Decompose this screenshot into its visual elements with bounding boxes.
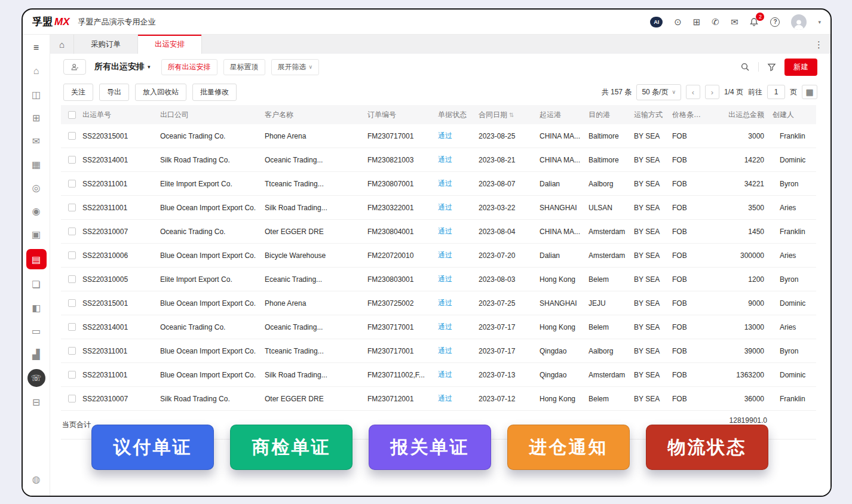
search-icon[interactable] — [740, 62, 750, 72]
headset-icon[interactable]: ⊙ — [674, 17, 682, 26]
mail-icon[interactable]: ✉ — [27, 133, 45, 149]
org-icon[interactable]: ⊞ — [27, 109, 45, 126]
table-row[interactable]: SS220314001Oceanic Trading Co.Oceanic Tr… — [61, 315, 816, 339]
column-header[interactable]: 订单编号 — [367, 110, 438, 120]
new-button[interactable]: 新建 — [784, 59, 817, 76]
building-icon[interactable]: ▦ — [27, 156, 45, 173]
select-all-checkbox[interactable] — [61, 111, 82, 119]
cell-status[interactable]: 通过 — [438, 322, 479, 332]
recycle-bin-button[interactable]: 放入回收站 — [135, 84, 186, 101]
cell-shipment-no[interactable]: SS220310007 — [82, 228, 160, 236]
contacts-icon[interactable]: ◫ — [27, 86, 45, 103]
column-header[interactable]: 客户名称 — [265, 110, 367, 120]
table-row[interactable]: SS220311001Blue Ocean Import Export Co.T… — [61, 339, 816, 363]
phone-contact-icon[interactable]: ☏ — [27, 369, 45, 387]
chart-icon[interactable]: ▟ — [27, 346, 45, 362]
cell-shipment-no[interactable]: SS220311001 — [82, 180, 160, 188]
follow-button[interactable]: 关注 — [63, 84, 93, 101]
cell-status[interactable]: 通过 — [438, 179, 479, 189]
view-scope-button[interactable] — [63, 59, 86, 75]
tab-shipping-arrangement[interactable]: 出运安排 — [138, 35, 202, 54]
cell-shipment-no[interactable]: SS220310006 — [82, 251, 160, 260]
table-row[interactable]: SS220315001Blue Ocean Import Export Co.P… — [61, 291, 816, 315]
doc-button[interactable]: 物流状态 — [646, 425, 768, 470]
row-checkbox[interactable] — [61, 228, 82, 235]
tab-more-kebab-icon[interactable]: ⋮ — [814, 40, 823, 49]
table-row[interactable]: SS220310007Silk Road Trading Co.Oter EGG… — [61, 387, 816, 411]
column-header[interactable]: 起运港 — [540, 110, 589, 120]
apps-grid-icon[interactable]: ⊞ — [693, 17, 701, 26]
cell-shipment-no[interactable]: SS220315001 — [82, 132, 160, 140]
row-checkbox[interactable] — [61, 275, 82, 283]
cell-shipment-no[interactable]: SS220314001 — [82, 323, 160, 331]
view-selector[interactable]: 所有出运安排 ▾ — [94, 62, 151, 72]
cell-status[interactable]: 通过 — [438, 155, 479, 165]
cell-shipment-no[interactable]: SS220311001 — [82, 204, 160, 212]
table-row[interactable]: SS220310007Oceanic Trading Co.Oter EGGER… — [61, 220, 816, 244]
compass-icon[interactable]: ◎ — [27, 179, 45, 196]
row-checkbox[interactable] — [61, 180, 82, 188]
table-row[interactable]: SS220314001Silk Road Trading Co.Oceanic … — [61, 148, 816, 172]
cell-shipment-no[interactable]: SS220310005 — [82, 275, 160, 284]
help-icon[interactable]: ? — [770, 17, 780, 27]
sort-icon[interactable]: ⇅ — [509, 112, 514, 118]
row-checkbox[interactable] — [61, 251, 82, 259]
cell-status[interactable]: 通过 — [438, 370, 479, 380]
column-header[interactable]: 运输方式 — [634, 110, 672, 120]
row-checkbox[interactable] — [61, 204, 82, 211]
home-icon[interactable]: ⌂ — [27, 63, 45, 79]
column-header[interactable]: 创建人 — [773, 110, 816, 120]
ai-assistant-icon[interactable]: AI — [650, 17, 663, 27]
column-header[interactable]: 合同日期⇅ — [479, 110, 540, 120]
column-header[interactable]: 出口公司 — [160, 110, 265, 120]
column-header[interactable]: 出运总金额 — [707, 110, 773, 120]
row-checkbox[interactable] — [61, 132, 82, 140]
next-page-button[interactable]: › — [705, 85, 719, 99]
table-row[interactable]: SS220311001Blue Ocean Import Export Co.S… — [61, 196, 816, 220]
filter-funnel-icon[interactable] — [767, 63, 776, 72]
table-row[interactable]: SS220315001Oceanic Trading Co.Phone Aren… — [61, 124, 816, 148]
filter-chip-starred-pinned[interactable]: 星标置顶 — [223, 59, 265, 75]
notifications-bell-icon[interactable]: 2 — [749, 17, 759, 27]
row-checkbox[interactable] — [61, 323, 82, 331]
cell-shipment-no[interactable]: SS220311001 — [82, 347, 160, 355]
cell-status[interactable]: 通过 — [438, 298, 479, 308]
phone-icon[interactable]: ✆ — [712, 17, 719, 26]
column-header[interactable]: 价格条款⇅ — [672, 110, 707, 120]
row-checkbox[interactable] — [61, 395, 82, 402]
column-header[interactable]: 目的港 — [589, 110, 634, 120]
shipping-doc-icon[interactable]: ▤ — [26, 249, 47, 269]
home-tab-button[interactable]: ⌂ — [50, 35, 74, 54]
cell-shipment-no[interactable]: SS220314001 — [82, 156, 160, 164]
prev-page-button[interactable]: ‹ — [686, 85, 700, 99]
avatar-chevron-down-icon[interactable]: ▾ — [818, 19, 821, 25]
cell-status[interactable]: 通过 — [438, 250, 479, 260]
cell-shipment-no[interactable]: SS220315001 — [82, 299, 160, 308]
doc-button[interactable]: 议付单证 — [91, 425, 214, 470]
guide-icon[interactable]: ◍ — [27, 471, 45, 487]
printer-icon[interactable]: ⊟ — [27, 394, 45, 410]
package-icon[interactable]: ◧ — [27, 299, 45, 316]
goto-page-input[interactable] — [767, 85, 785, 99]
page-size-select[interactable]: 50 条/页 ∨ — [636, 84, 681, 100]
message-icon[interactable]: ✉ — [731, 17, 738, 26]
target-icon[interactable]: ◉ — [27, 202, 45, 219]
avatar[interactable] — [791, 14, 807, 30]
export-button[interactable]: 导出 — [99, 84, 129, 101]
table-row[interactable]: SS220310006Blue Ocean Import Export Co.B… — [61, 244, 816, 268]
table-row[interactable]: SS220311001Elite Import Export Co.Ttcean… — [61, 172, 816, 196]
cell-status[interactable]: 通过 — [438, 346, 479, 356]
doc-button[interactable]: 进仓通知 — [507, 425, 630, 470]
tab-purchase-orders[interactable]: 采购订单 — [74, 35, 138, 54]
column-settings-icon[interactable]: ▦ — [802, 85, 817, 99]
cell-status[interactable]: 通过 — [438, 226, 479, 236]
batch-edit-button[interactable]: 批量修改 — [192, 84, 237, 101]
row-checkbox[interactable] — [61, 299, 82, 307]
doc-button[interactable]: 报关单证 — [369, 425, 491, 470]
column-header[interactable]: 单据状态 — [438, 110, 479, 120]
table-row[interactable]: SS220310005Elite Import Export Co.Eceani… — [61, 268, 816, 291]
gift-icon[interactable]: ▣ — [27, 226, 45, 242]
menu-icon[interactable]: ≡ — [27, 39, 45, 56]
cell-shipment-no[interactable]: SS220310007 — [82, 395, 160, 403]
sort-icon[interactable]: ⇅ — [703, 112, 707, 118]
